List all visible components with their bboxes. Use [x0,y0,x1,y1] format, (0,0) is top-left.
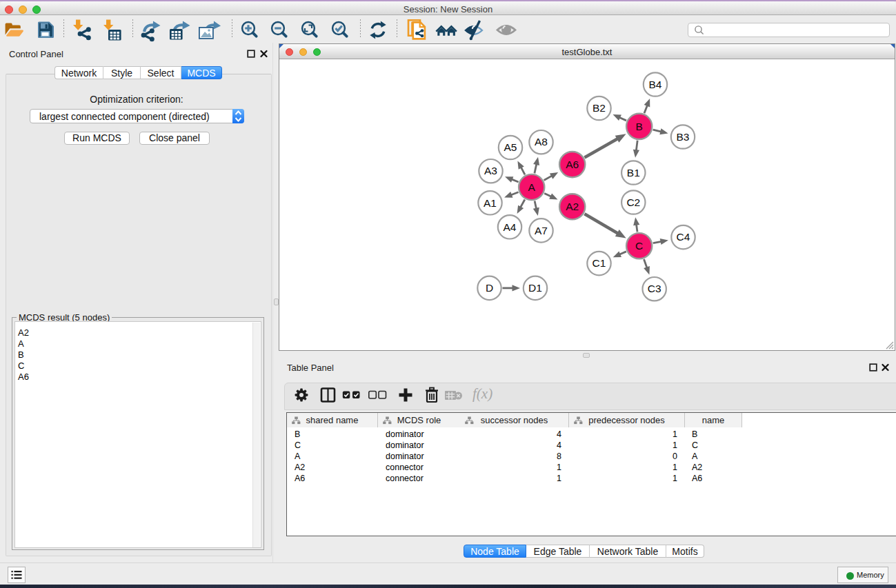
svg-text:A4: A4 [504,221,517,233]
svg-text:C3: C3 [648,283,661,294]
svg-text:D1: D1 [528,282,542,294]
svg-text:A5: A5 [504,141,517,153]
svg-text:C2: C2 [626,196,640,208]
svg-text:A2: A2 [566,201,579,212]
svg-text:A3: A3 [484,165,497,176]
svg-text:B: B [636,121,643,132]
svg-text:B1: B1 [627,167,640,179]
svg-text:C: C [635,240,643,252]
svg-text:A1: A1 [484,197,497,209]
svg-text:B2: B2 [593,102,606,114]
svg-text:A: A [528,181,536,193]
svg-text:B3: B3 [677,131,690,143]
svg-text:C4: C4 [677,231,690,243]
svg-text:B4: B4 [649,79,662,90]
svg-text:C1: C1 [593,257,606,269]
svg-text:A7: A7 [535,225,548,236]
svg-text:A8: A8 [535,136,548,148]
svg-text:D: D [486,282,493,294]
svg-text:A6: A6 [566,159,579,170]
